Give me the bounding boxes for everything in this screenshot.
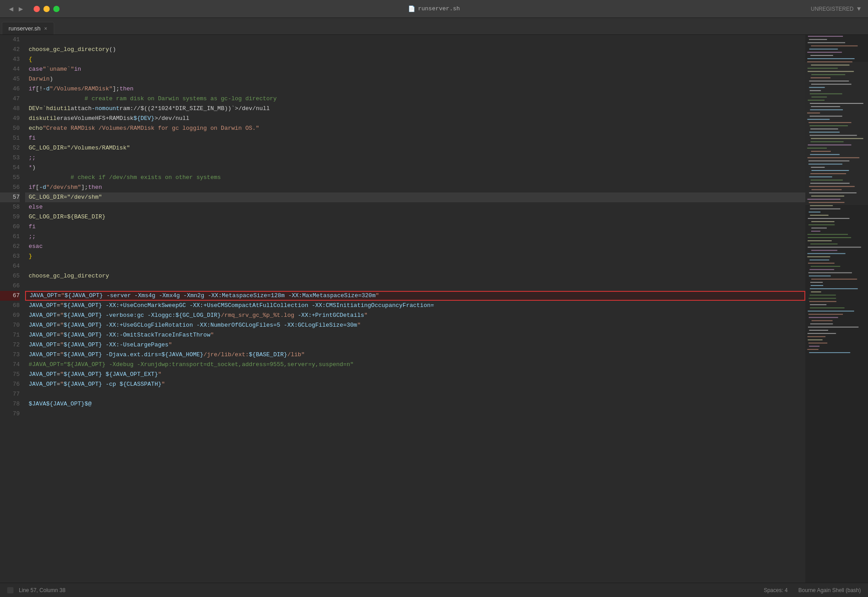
code-line[interactable]: GC_LOG_DIR=${BASE_DIR} [25,212,805,222]
minimap-canvas [805,35,868,583]
code-line[interactable]: fi [25,222,805,232]
line-number: 64 [0,261,20,271]
window-controls: ◀ ▶ [7,4,60,14]
code-line[interactable] [25,281,805,291]
code-line[interactable] [25,35,805,45]
line-number: 62 [0,242,20,252]
code-line[interactable]: JAVA_OPT="${JAVA_OPT} ${JAVA_OPT_EXT}" [25,370,805,380]
code-line[interactable]: # create ram disk on Darwin systems as g… [25,94,805,104]
editor-container: 4142434445464748495051525354555657585960… [0,35,868,583]
line-number: 77 [0,389,20,399]
forward-arrow[interactable]: ▶ [17,4,25,14]
unregistered-label: UNREGISTERED [811,6,853,12]
file-icon: 📄 [408,5,415,13]
spaces-info: Spaces: 4 [764,587,787,593]
code-line[interactable]: GC_LOG_DIR="/dev/shm" [25,192,805,202]
line-number: 61 [0,232,20,242]
line-number: 41 [0,35,20,45]
line-number: 73 [0,350,20,360]
code-line[interactable]: JAVA_OPT="${JAVA_OPT} -XX:+UseGCLogFileR… [25,320,805,330]
code-line[interactable]: GC_LOG_DIR="/Volumes/RAMDisk" [25,143,805,153]
code-line[interactable]: ;; [25,232,805,242]
cursor-position: Line 57, Column 38 [19,587,65,593]
code-line[interactable]: JAVA_OPT="${JAVA_OPT} -verbose:gc -Xlogg… [25,311,805,320]
line-number: 60 [0,222,20,232]
code-line[interactable]: DEV=`hdiutil attach -nomount ram://$((2 … [25,104,805,114]
title-bar: ◀ ▶ 📄 runserver.sh UNREGISTERED ▼ [0,0,868,18]
code-line[interactable] [25,409,805,419]
code-line[interactable]: fi [25,133,805,143]
code-line[interactable] [25,389,805,399]
back-arrow[interactable]: ◀ [7,4,15,14]
line-number: 58 [0,202,20,212]
status-indicator [7,587,13,593]
code-line[interactable]: diskutil eraseVolume HFS+ RAMDisk ${DEV}… [25,114,805,124]
line-number: 49 [0,114,20,124]
navigation-arrows: ◀ ▶ [7,4,25,14]
tab-bar: runserver.sh × [0,18,868,35]
window-title: 📄 runserver.sh [408,5,460,13]
code-area[interactable]: choose_gc_log_directory(){ case "`uname`… [25,35,805,583]
code-line[interactable]: esac [25,242,805,252]
code-line[interactable]: ;; [25,153,805,163]
code-line[interactable]: JAVA_OPT="${JAVA_OPT} -cp ${CLASSPATH}" [25,380,805,389]
line-number: 45 [0,74,20,84]
line-number: 54 [0,163,20,173]
status-left: Line 57, Column 38 [7,587,65,593]
syntax-info: Bourne Again Shell (bash) [799,587,861,593]
code-line[interactable]: { [25,55,805,64]
line-number: 69 [0,311,20,320]
code-line[interactable]: Darwin) [25,74,805,84]
line-number: 48 [0,104,20,114]
line-number: 47 [0,94,20,104]
close-button[interactable] [34,6,40,12]
line-number: 70 [0,320,20,330]
line-number: 79 [0,409,20,419]
code-line[interactable]: JAVA_OPT="${JAVA_OPT} -XX:-OmitStackTrac… [25,330,805,340]
code-line[interactable]: } [25,252,805,261]
code-line[interactable]: else [25,202,805,212]
line-number: 50 [0,124,20,133]
line-number: 71 [0,330,20,340]
code-line[interactable]: *) [25,163,805,173]
line-number: 51 [0,133,20,143]
code-line[interactable]: JAVA_OPT="${JAVA_OPT} -XX:+UseConcMarkSw… [25,301,805,311]
line-number: 75 [0,370,20,380]
maximize-button[interactable] [53,6,60,12]
title-bar-right: UNREGISTERED ▼ [811,5,861,13]
line-number: 66 [0,281,20,291]
line-number: 65 [0,271,20,281]
tab-close-button[interactable]: × [44,26,47,32]
line-number: 67 [0,291,20,301]
dropdown-icon[interactable]: ▼ [857,5,861,13]
code-line[interactable]: JAVA_OPT="${JAVA_OPT} -XX:-UseLargePages… [25,340,805,350]
code-line[interactable]: if [ -d "/dev/shm" ]; then [25,183,805,192]
line-number: 44 [0,64,20,74]
line-number: 72 [0,340,20,350]
line-number: 46 [0,84,20,94]
line-number: 68 [0,301,20,311]
line-number: 57 [0,192,20,202]
line-number: 63 [0,252,20,261]
code-line[interactable]: # check if /dev/shm exists on other syst… [25,173,805,183]
code-line[interactable] [25,261,805,271]
code-line[interactable]: $JAVA ${JAVA_OPT} $@ [25,399,805,409]
code-line[interactable]: echo "Create RAMDisk /Volumes/RAMDisk fo… [25,124,805,133]
line-number: 42 [0,45,20,55]
code-line[interactable]: choose_gc_log_directory [25,271,805,281]
tab-runserver[interactable]: runserver.sh × [2,22,54,34]
line-number: 78 [0,399,20,409]
code-line[interactable]: case "`uname`" in [25,64,805,74]
status-right: Spaces: 4 Bourne Again Shell (bash) [764,587,861,593]
code-line[interactable]: JAVA_OPT="${JAVA_OPT} -Djava.ext.dirs=${… [25,350,805,360]
line-number: 43 [0,55,20,64]
line-number: 76 [0,380,20,389]
line-number: 56 [0,183,20,192]
code-line[interactable]: JAVA_OPT="${JAVA_OPT} -server -Xms4g -Xm… [25,291,805,301]
tab-label: runserver.sh [9,25,41,32]
code-line[interactable]: #JAVA_OPT="${JAVA_OPT} -Xdebug -Xrunjdwp… [25,360,805,370]
minimap[interactable] [805,35,868,583]
minimize-button[interactable] [43,6,50,12]
code-line[interactable]: choose_gc_log_directory() [25,45,805,55]
code-line[interactable]: if [ ! -d "/Volumes/RAMDisk" ]; then [25,84,805,94]
